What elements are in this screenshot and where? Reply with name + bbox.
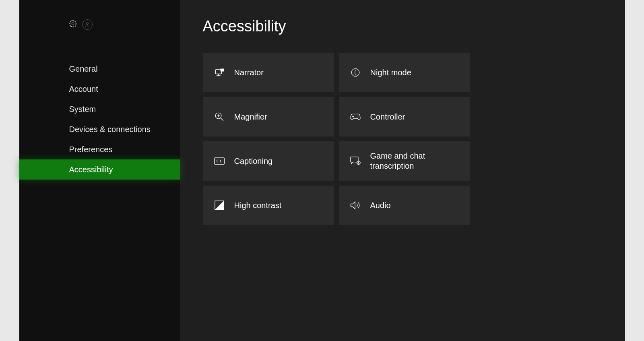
svg-point-19: [358, 162, 359, 163]
tile-label: Magnifier: [234, 112, 267, 122]
gear-icon[interactable]: [68, 19, 77, 30]
page-title: Accessibility: [203, 18, 607, 35]
transcription-icon: [349, 155, 361, 167]
tile-controller[interactable]: Controller: [339, 97, 470, 136]
sidebar-item-accessibility[interactable]: Accessibility: [19, 159, 180, 180]
tile-label: Narrator: [234, 68, 264, 78]
tile-night-mode[interactable]: Night mode: [339, 53, 470, 92]
tile-label: High contrast: [234, 200, 282, 211]
tile-label: Audio: [370, 200, 391, 211]
tile-label: Controller: [370, 112, 405, 122]
tile-high-contrast[interactable]: High contrast: [203, 186, 334, 225]
captioning-icon: [213, 155, 225, 167]
svg-line-9: [221, 118, 223, 121]
high-contrast-icon: [213, 199, 225, 211]
sidebar-item-general[interactable]: General: [19, 59, 180, 79]
sidebar: General Account System Devices & connect…: [19, 0, 180, 341]
sidebar-item-account[interactable]: Account: [19, 79, 180, 99]
sidebar-item-label: System: [69, 105, 96, 114]
sidebar-item-label: Accessibility: [69, 165, 113, 174]
tile-audio[interactable]: Audio: [339, 186, 470, 225]
svg-point-1: [70, 21, 76, 27]
sidebar-item-label: General: [69, 64, 98, 74]
svg-point-15: [357, 117, 358, 118]
narrator-icon: [213, 66, 225, 79]
accessibility-tiles: Narrator Night mode: [203, 53, 607, 225]
tile-transcription[interactable]: Game and chat transcription: [339, 141, 470, 181]
sidebar-nav: General Account System Devices & connect…: [19, 59, 180, 180]
sidebar-item-system[interactable]: System: [19, 99, 180, 119]
svg-point-2: [86, 23, 88, 25]
tile-narrator[interactable]: Narrator: [203, 53, 334, 92]
tile-magnifier[interactable]: Magnifier: [203, 97, 334, 136]
sidebar-top-icons: [19, 19, 180, 30]
magnifier-icon: [213, 111, 225, 123]
sidebar-item-label: Preferences: [69, 145, 113, 154]
tile-label: Captioning: [234, 156, 273, 166]
controller-icon: [349, 111, 361, 123]
svg-point-7: [351, 68, 359, 76]
tile-captioning[interactable]: Captioning: [203, 141, 334, 181]
main-content: Accessibility Narrator: [180, 0, 625, 341]
sidebar-item-label: Devices & connections: [69, 125, 151, 134]
svg-rect-6: [220, 68, 224, 71]
svg-point-14: [357, 116, 357, 116]
svg-point-0: [72, 23, 74, 25]
svg-rect-17: [350, 157, 358, 162]
svg-rect-16: [214, 158, 224, 164]
sidebar-item-preferences[interactable]: Preferences: [19, 139, 180, 159]
audio-icon: [349, 199, 361, 211]
sidebar-item-label: Account: [69, 85, 98, 94]
sidebar-item-devices[interactable]: Devices & connections: [19, 119, 180, 139]
settings-window: General Account System Devices & connect…: [19, 0, 625, 341]
profile-avatar-icon[interactable]: [82, 19, 93, 30]
tile-label: Night mode: [370, 68, 411, 78]
tile-label: Game and chat transcription: [370, 151, 460, 171]
night-mode-icon: [349, 66, 361, 79]
